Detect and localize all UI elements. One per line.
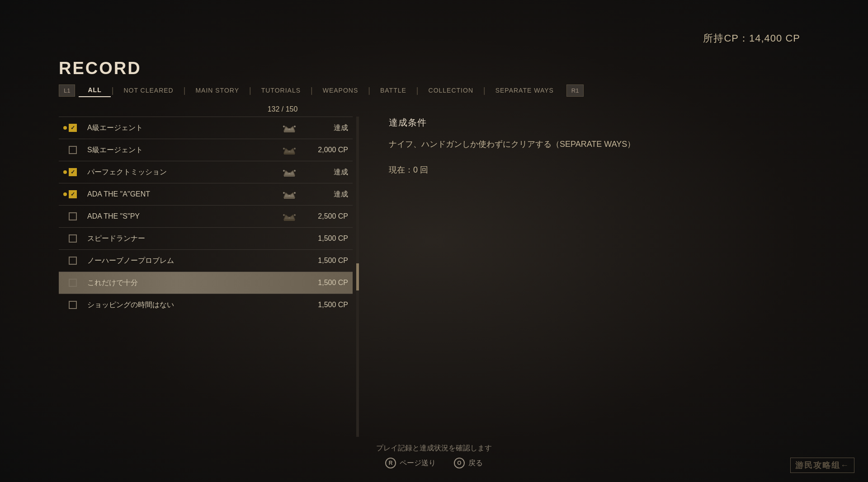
- list-item[interactable]: ADA THE "A"GENT 達成: [59, 183, 353, 205]
- page-next-label: ページ送り: [400, 459, 436, 468]
- achievement-current: 現在：0 回: [389, 164, 809, 175]
- bottom-controls: R ページ送り O 戻る: [0, 458, 868, 468]
- tab-battle[interactable]: BATTLE: [371, 84, 415, 97]
- crown-icon: [283, 211, 296, 222]
- tab-weapons[interactable]: WEAPONS: [314, 84, 368, 97]
- bottom-hint: プレイ記録と達成状況を確認します: [0, 444, 868, 453]
- list-item[interactable]: スピードランナー 1,500 CP: [59, 227, 353, 249]
- tab-separator-3: |: [248, 86, 252, 95]
- checkbox[interactable]: [69, 212, 77, 220]
- item-name: ADA THE "S"PY: [84, 212, 283, 220]
- svg-point-19: [294, 192, 296, 194]
- tab-separator-1: |: [111, 86, 115, 95]
- crown-icon: [283, 145, 296, 155]
- checkbox[interactable]: [69, 146, 77, 154]
- tab-not-cleared[interactable]: NOT CLEARED: [114, 84, 182, 97]
- item-name: ノーハーブノープロブレム: [84, 256, 283, 266]
- tab-l1-button[interactable]: L1: [59, 84, 75, 97]
- dot-indicator: [63, 170, 67, 174]
- bottom-bar: プレイ記録と達成状況を確認します R ページ送り O 戻る: [0, 444, 868, 468]
- svg-point-9: [294, 148, 296, 150]
- dot-indicator: [63, 126, 67, 130]
- tab-separator-6: |: [415, 86, 420, 95]
- checkbox[interactable]: [69, 301, 77, 309]
- tab-collection[interactable]: COLLECTION: [420, 84, 482, 97]
- checkbox-area: [63, 124, 84, 132]
- checkbox-area: [63, 168, 84, 176]
- checkbox[interactable]: [69, 257, 77, 265]
- list-item-selected[interactable]: これだけで十分 1,500 CP: [59, 271, 353, 294]
- cp-display: 所持CP：14,400 CP: [703, 32, 800, 45]
- list-item[interactable]: ショッピングの時間はない 1,500 CP: [59, 294, 353, 316]
- checkbox[interactable]: [69, 124, 77, 132]
- scrollbar[interactable]: [356, 117, 359, 437]
- achievements-list: A級エージェント 達成 S級エージェント: [59, 117, 353, 437]
- svg-point-14: [294, 170, 296, 172]
- checkbox[interactable]: [69, 234, 77, 243]
- crown-icon: [283, 122, 296, 133]
- watermark: 游民攻略组←: [790, 458, 854, 473]
- item-reward: 達成: [303, 190, 348, 199]
- item-reward: 1,500 CP: [303, 279, 348, 287]
- svg-point-8: [288, 150, 290, 152]
- item-name: スピードランナー: [84, 234, 283, 243]
- list-item[interactable]: ノーハーブノープロブレム 1,500 CP: [59, 249, 353, 271]
- tab-r1-button[interactable]: R1: [566, 84, 584, 97]
- item-reward: 2,000 CP: [303, 146, 348, 154]
- item-reward: 達成: [303, 168, 348, 177]
- crown-placeholder: [283, 233, 296, 244]
- list-item[interactable]: S級エージェント 2,000 CP: [59, 139, 353, 161]
- back-label: 戻る: [468, 459, 483, 468]
- back-control[interactable]: O 戻る: [454, 458, 483, 468]
- dot-indicator: [63, 192, 67, 196]
- checkbox-area: [63, 234, 84, 243]
- svg-rect-6: [284, 153, 295, 154]
- tab-separator-4: |: [310, 86, 314, 95]
- svg-point-23: [288, 217, 290, 219]
- checkbox-area: [63, 146, 84, 154]
- item-name: パーフェクトミッション: [84, 168, 283, 177]
- checkbox-area: [63, 257, 84, 265]
- svg-point-18: [288, 195, 290, 197]
- svg-point-3: [288, 128, 290, 130]
- detail-panel: 達成条件 ナイフ、ハンドガンしか使わずにクリアする（SEPARATE WAYS）…: [389, 117, 809, 175]
- list-item[interactable]: A級エージェント 達成: [59, 117, 353, 139]
- achievement-conditions-title: 達成条件: [389, 117, 809, 129]
- svg-point-22: [283, 214, 285, 216]
- item-name: これだけで十分: [84, 278, 283, 288]
- r-button-icon: R: [385, 458, 396, 468]
- list-item[interactable]: ADA THE "S"PY 2,500 CP: [59, 205, 353, 227]
- achievement-description: ナイフ、ハンドガンしか使わずにクリアする（SEPARATE WAYS）: [389, 138, 809, 151]
- item-name: A級エージェント: [84, 123, 283, 133]
- checkbox-area: [63, 279, 84, 287]
- crown-placeholder: [283, 277, 296, 288]
- tab-separator-5: |: [367, 86, 371, 95]
- item-reward: 1,500 CP: [303, 257, 348, 265]
- crown-placeholder: [283, 255, 296, 266]
- checkbox[interactable]: [69, 190, 77, 198]
- page-next-control[interactable]: R ページ送り: [385, 458, 436, 468]
- item-reward: 1,500 CP: [303, 301, 348, 309]
- svg-point-17: [283, 192, 285, 194]
- scrollbar-thumb[interactable]: [356, 263, 359, 290]
- tab-all[interactable]: ALL: [79, 84, 110, 97]
- checkbox-area: [63, 212, 84, 220]
- tab-main-story[interactable]: MAIN STORY: [186, 84, 248, 97]
- tab-tutorials[interactable]: TUTORIALS: [252, 84, 310, 97]
- item-reward: 1,500 CP: [303, 234, 348, 243]
- svg-rect-16: [284, 197, 295, 199]
- crown-placeholder: [283, 299, 296, 310]
- checkbox[interactable]: [69, 279, 77, 287]
- checkbox-area: [63, 301, 84, 309]
- tab-separate-ways[interactable]: SEPARATE WAYS: [486, 84, 563, 97]
- svg-point-24: [294, 214, 296, 216]
- svg-point-2: [283, 126, 285, 127]
- item-reward: 2,500 CP: [303, 212, 348, 220]
- svg-point-7: [283, 148, 285, 150]
- list-item[interactable]: パーフェクトミッション 達成: [59, 161, 353, 183]
- svg-point-4: [294, 126, 296, 127]
- svg-point-13: [288, 173, 290, 174]
- item-name: ADA THE "A"GENT: [84, 190, 283, 198]
- checkbox[interactable]: [69, 168, 77, 176]
- o-button-icon: O: [454, 458, 465, 468]
